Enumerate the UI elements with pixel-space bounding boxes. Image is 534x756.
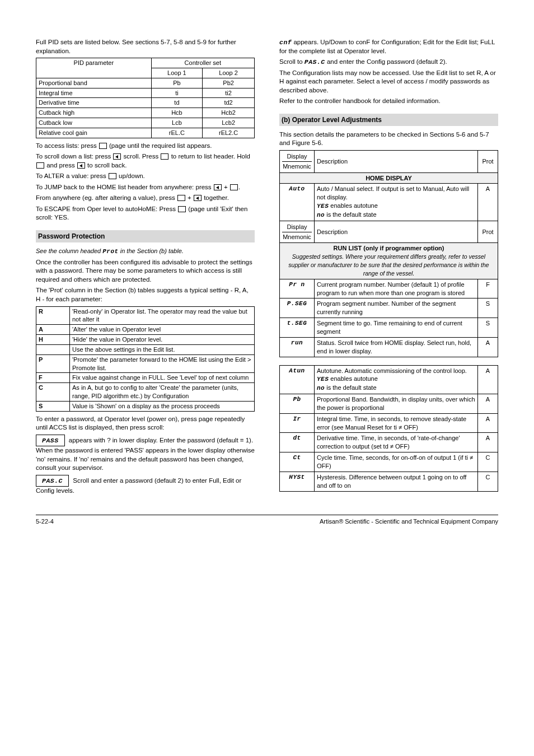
table-row: runStatus. Scroll twice from HOME displa… xyxy=(280,337,498,357)
run-list-label: RUN LIST (only if programmer option) xyxy=(334,245,444,251)
table-row: SValue is 'Shown' on a display as the pr… xyxy=(36,401,255,411)
table-row: A'Alter' the value in Operator level xyxy=(36,325,255,335)
scroll-icon xyxy=(214,184,222,190)
page-icon xyxy=(178,206,186,212)
pid-col-param: PID parameter xyxy=(36,58,152,78)
table-row: P'Promote' the parameter forward to the … xyxy=(36,354,255,373)
table-row: Integral timetiti2 xyxy=(36,88,255,98)
scroll-icon xyxy=(77,162,85,169)
nav-para4: To JUMP back to the HOME list header fro… xyxy=(36,183,255,192)
table-row: CAs in A, but go to config to alter 'Cre… xyxy=(36,383,255,402)
nav-para6: To ESCAPE from Oper level to autoHoME: P… xyxy=(36,205,255,222)
run-list-sub: Suggested settings. Where your requireme… xyxy=(288,253,489,277)
pasc-display: PAS.C xyxy=(36,475,69,487)
pid-col-l2: Loop 2 xyxy=(203,68,255,78)
table-row: PbProportional Band. Bandwidth, in displ… xyxy=(280,394,498,414)
table-row: IrIntegral time. Time, in seconds, to re… xyxy=(280,413,498,433)
scroll-icon xyxy=(194,195,202,201)
table-row: Derivative timetdtd2 xyxy=(36,98,255,108)
table-row: RUN LIST (only if programmer option) Sug… xyxy=(280,243,498,279)
pass-display: PASS xyxy=(36,435,65,447)
cnf-p4: Refer to the controller handbook for det… xyxy=(279,97,498,106)
page-icon xyxy=(36,162,44,169)
table-row: H'Hide' the value in Operator level. xyxy=(36,335,255,345)
table-row: Use the above settings in the Edit list. xyxy=(36,344,255,354)
col-mnemonic-1: Display xyxy=(282,152,312,162)
footer-company: Artisan® Scientific - Scientific and Tec… xyxy=(320,517,498,526)
footer-page-number: 5-22-4 xyxy=(36,517,54,526)
prot-p1: Once the controller has been configured … xyxy=(36,258,255,284)
table-row: P.SEGProgram segment number. Number of t… xyxy=(280,298,498,318)
table-row: Auto Auto / Manual select. If output is … xyxy=(280,184,498,221)
table-row: Pr nCurrent program number. Number (defa… xyxy=(280,279,498,298)
table-row: HOME DISPLAY xyxy=(280,172,498,184)
cnf-p3: The Configuration lists may now be acces… xyxy=(279,69,498,95)
page-icon xyxy=(99,143,107,149)
nav-para5: From anywhere (eg. after altering a valu… xyxy=(36,194,255,203)
table-row: PID parameter Controller set xyxy=(36,58,255,68)
access-intro: To enter a password, at Operator level (… xyxy=(36,415,255,432)
left-column: Full PID sets are listed below. See sect… xyxy=(36,36,255,498)
prot-codes-table: R'Read-only' in Operator list. The opera… xyxy=(36,306,255,412)
col-description: Description xyxy=(315,150,478,172)
pid-intro: Full PID sets are listed below. See sect… xyxy=(36,38,255,55)
cnf-p2: Scroll to PAS.C and enter the Config pas… xyxy=(279,58,498,67)
page-icon xyxy=(177,195,185,201)
section-b-intro: This section details the parameters to b… xyxy=(279,130,498,148)
pid-list-table: Atun Autotune. Automatic commissioning o… xyxy=(279,365,498,492)
table-row: FFix value against change in FULL. See '… xyxy=(36,373,255,383)
nav-para1: To access lists: press (page until the r… xyxy=(36,142,255,151)
col-mnemonic-2: Mnemonic xyxy=(282,162,312,171)
pid-col-l1: Loop 1 xyxy=(151,68,203,78)
table-row: Proportional bandPbPb2 xyxy=(36,78,255,88)
table-row: CtCycle time. Time, seconds, for on-off-… xyxy=(280,452,498,472)
home-list-label: HOME DISPLAY xyxy=(280,172,498,184)
table-row: R'Read-only' in Operator list. The opera… xyxy=(36,306,255,325)
table-row: Relative cool gainrEL.CrEL2.C xyxy=(36,128,255,138)
table-row: Atun Autotune. Automatic commissioning o… xyxy=(280,365,498,394)
nav-para2: To scroll down a list: press scroll. Pre… xyxy=(36,152,255,170)
prot-p2: The 'Prot' column in the Section (b) tab… xyxy=(36,286,255,304)
right-column: cnf appears. Up/Down to conF for Configu… xyxy=(279,36,498,498)
table-row: dtDerivative time. Time, in seconds, of … xyxy=(280,433,498,452)
pid-col-sets: Controller set xyxy=(151,58,254,68)
table-row: HYStHysteresis. Difference between outpu… xyxy=(280,472,498,491)
home-table: Display Mnemonic Description Prot HOME D… xyxy=(279,150,498,357)
page-icon xyxy=(109,173,116,179)
page-footer: 5-22-4 Artisan® Scientific - Scientific … xyxy=(36,515,498,526)
password-protection-heading: Password Protection xyxy=(36,230,255,242)
mnemonic-auto: Auto xyxy=(280,184,315,221)
pid-sets-table: PID parameter Controller set Loop 1 Loop… xyxy=(36,58,255,138)
section-b-heading: (b) Operator Level Adjustments xyxy=(279,114,498,126)
table-row: Cutback highHcbHcb2 xyxy=(36,108,255,118)
pass-line: PASS appears with ? in lower display. En… xyxy=(36,435,255,473)
cnf-p1: cnf appears. Up/Down to conF for Configu… xyxy=(279,38,498,55)
table-row: t.SEGSegment time to go. Time remaining … xyxy=(280,318,498,338)
scroll-icon xyxy=(113,153,121,160)
page-icon xyxy=(230,184,238,190)
prot-subhead: See the column headed Prot in the Sectio… xyxy=(36,247,255,256)
col-prot: Prot xyxy=(478,150,498,172)
nav-para3: To ALTER a value: press up/down. xyxy=(36,172,255,181)
table-row: Cutback lowLcbLcb2 xyxy=(36,118,255,128)
page-icon xyxy=(161,153,168,160)
pasc-line: PAS.C Scroll and enter a password (defau… xyxy=(36,475,255,496)
